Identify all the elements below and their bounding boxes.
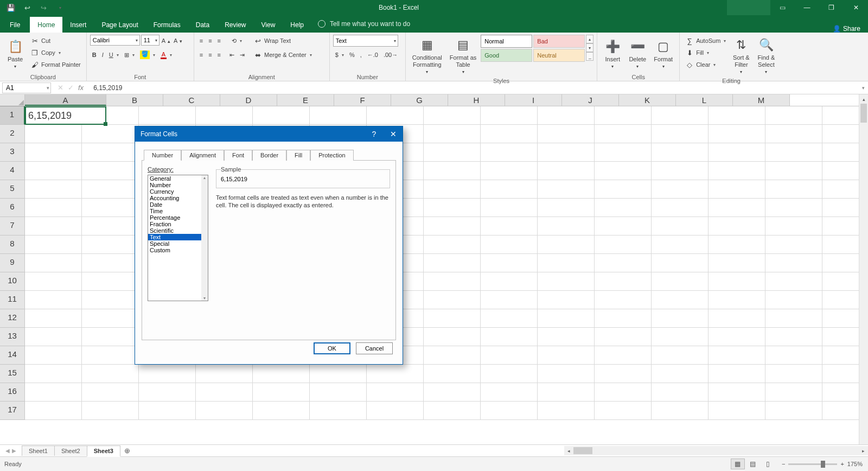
sort-filter-button[interactable]: ⇅Sort & Filter▾	[729, 35, 753, 77]
merge-center-button[interactable]: ⬌Merge & Center	[251, 49, 314, 61]
zoom-slider[interactable]	[788, 463, 837, 465]
row-16[interactable]: 16	[0, 383, 25, 402]
redo-icon[interactable]: ↪	[36, 1, 51, 14]
row-15[interactable]: 15	[0, 365, 25, 383]
category-fraction[interactable]: Fraction	[148, 221, 208, 227]
conditional-formatting-button[interactable]: ▦Conditional Formatting▾	[409, 35, 445, 77]
styles-scroll[interactable]: ▴▾⎯	[586, 35, 593, 77]
dialog-close-icon[interactable]: ✕	[384, 126, 403, 142]
align-bottom-icon[interactable]: ≡	[215, 35, 223, 47]
col-G[interactable]: G	[391, 94, 448, 106]
cancel-button[interactable]: Cancel	[356, 342, 393, 354]
category-date[interactable]: Date	[148, 201, 208, 208]
italic-button[interactable]: I	[100, 49, 106, 61]
wrap-text-button[interactable]: ↩Wrap Text	[251, 35, 314, 47]
customize-qat-icon[interactable]	[52, 1, 67, 14]
row-6[interactable]: 6	[0, 199, 25, 217]
align-right-icon[interactable]: ≡	[215, 49, 223, 61]
style-normal[interactable]: Normal	[481, 35, 532, 48]
row-1[interactable]: 1	[0, 106, 25, 125]
tab-formulas[interactable]: Formulas	[146, 17, 188, 33]
number-format-combo[interactable]: Text▾	[333, 35, 398, 47]
align-left-icon[interactable]: ≡	[197, 49, 205, 61]
fill-color-button[interactable]: 🪣	[138, 49, 157, 61]
tab-view[interactable]: View	[254, 17, 283, 33]
fill-button[interactable]: ⬇Fill	[683, 47, 728, 59]
increase-indent-icon[interactable]: ⇥	[238, 49, 247, 61]
align-middle-icon[interactable]: ≡	[206, 35, 214, 47]
formula-input[interactable]: 6,15,2019	[90, 84, 859, 92]
scroll-right-icon[interactable]: ▸	[859, 446, 868, 455]
underline-button[interactable]: U	[107, 49, 121, 61]
dialog-tab-alignment[interactable]: Alignment	[181, 150, 224, 161]
row-9[interactable]: 9	[0, 254, 25, 272]
align-center-icon[interactable]: ≡	[206, 49, 214, 61]
increase-decimal-icon[interactable]: ←.0	[365, 49, 380, 61]
cut-button[interactable]: ✂Cut	[28, 35, 83, 47]
row-13[interactable]: 13	[0, 328, 25, 346]
col-I[interactable]: I	[505, 94, 562, 106]
undo-icon[interactable]: ↩	[20, 1, 35, 14]
row-2[interactable]: 2	[0, 125, 25, 143]
ribbon-options-icon[interactable]: ▭	[770, 0, 795, 15]
category-accounting[interactable]: Accounting	[148, 195, 208, 201]
col-K[interactable]: K	[619, 94, 676, 106]
col-J[interactable]: J	[562, 94, 619, 106]
accounting-button[interactable]: $	[333, 49, 346, 61]
row-14[interactable]: 14	[0, 346, 25, 365]
format-cells-button[interactable]: ▢Format▾	[650, 35, 676, 73]
row-17[interactable]: 17	[0, 402, 25, 420]
category-percentage[interactable]: Percentage	[148, 214, 208, 221]
category-custom[interactable]: Custom	[148, 247, 208, 253]
cancel-formula-icon[interactable]: ✕	[58, 84, 63, 92]
dialog-tab-fill[interactable]: Fill	[286, 150, 310, 161]
category-scientific[interactable]: Scientific	[148, 227, 208, 234]
col-E[interactable]: E	[277, 94, 334, 106]
tab-home[interactable]: Home	[30, 17, 62, 33]
zoom-out-icon[interactable]: −	[782, 461, 785, 467]
col-D[interactable]: D	[220, 94, 277, 106]
category-time[interactable]: Time	[148, 208, 208, 214]
maximize-icon[interactable]: ❐	[819, 0, 844, 15]
tell-me[interactable]: Tell me what you want to do	[311, 15, 417, 33]
dialog-tab-protection[interactable]: Protection	[310, 150, 354, 161]
tab-review[interactable]: Review	[217, 17, 253, 33]
catlist-scrollbar[interactable]: ▴▾	[201, 175, 208, 301]
sheet-tab-1[interactable]: Sheet1	[22, 445, 55, 456]
hscroll-thumb[interactable]	[573, 447, 592, 454]
ok-button[interactable]: OK	[314, 342, 350, 354]
row-8[interactable]: 8	[0, 236, 25, 254]
sheet-tab-3[interactable]: Sheet3	[87, 445, 120, 457]
bold-button[interactable]: B	[90, 49, 99, 61]
find-select-button[interactable]: 🔍Find & Select▾	[754, 35, 778, 77]
sheet-tab-2[interactable]: Sheet2	[54, 445, 87, 456]
style-good[interactable]: Good	[481, 49, 532, 62]
enter-formula-icon[interactable]: ✓	[68, 84, 74, 92]
font-family-combo[interactable]: Calibri▾	[90, 35, 140, 46]
category-currency[interactable]: Currency	[148, 188, 208, 195]
comma-button[interactable]: ,	[358, 49, 364, 61]
clear-button[interactable]: ◇Clear	[683, 59, 728, 71]
select-all-corner[interactable]	[0, 94, 25, 106]
font-size-combo[interactable]: 11▾	[141, 35, 159, 46]
format-as-table-button[interactable]: ▤Format as Table▾	[446, 35, 480, 77]
format-painter-button[interactable]: 🖌Format Painter	[28, 59, 83, 71]
row-5[interactable]: 5	[0, 180, 25, 199]
orientation-icon[interactable]: ⟲	[229, 35, 244, 47]
category-listbox[interactable]: General Number Currency Accounting Date …	[148, 175, 208, 301]
account-button[interactable]	[727, 0, 770, 15]
col-B[interactable]: B	[106, 94, 163, 106]
save-icon[interactable]: 💾	[3, 1, 18, 14]
col-L[interactable]: L	[676, 94, 733, 106]
col-F[interactable]: F	[334, 94, 391, 106]
minimize-icon[interactable]: —	[795, 0, 819, 15]
row-11[interactable]: 11	[0, 291, 25, 309]
autosum-button[interactable]: ∑AutoSum	[683, 35, 728, 47]
tab-page-layout[interactable]: Page Layout	[94, 17, 145, 33]
vscroll-thumb[interactable]	[860, 104, 867, 123]
insert-cells-button[interactable]: ➕Insert▾	[601, 35, 624, 73]
horizontal-scrollbar[interactable]: ◂ ▸	[564, 446, 868, 455]
dialog-tab-border[interactable]: Border	[252, 150, 286, 161]
decrease-indent-icon[interactable]: ⇤	[227, 49, 237, 61]
dialog-tab-number[interactable]: Number	[144, 150, 181, 161]
